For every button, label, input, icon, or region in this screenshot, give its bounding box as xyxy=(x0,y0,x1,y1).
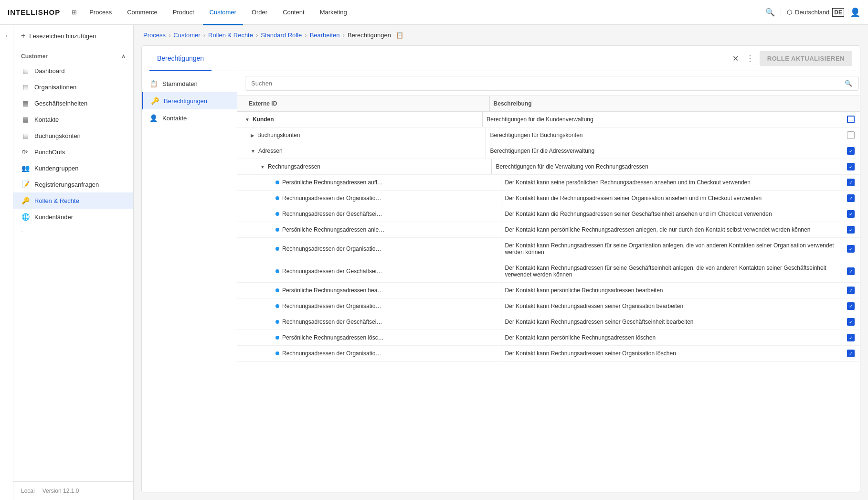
breadcrumb-bearbeiten[interactable]: Bearbeiten xyxy=(310,32,340,39)
breadcrumb-process[interactable]: Process xyxy=(143,32,166,39)
nav-links: Process Commerce Product Customer Order … xyxy=(83,0,762,25)
user-icon[interactable]: 👤 xyxy=(850,7,860,18)
row-kunden-check[interactable] xyxy=(841,112,860,127)
sidebar-item-organisationen[interactable]: ▤ Organisationen xyxy=(13,79,133,95)
breadcrumb-customer[interactable]: Customer xyxy=(173,32,200,39)
sidebar-item-dashboard[interactable]: ▦ Dashboard xyxy=(13,63,133,79)
row-rechnungsadr-gesch-2-desc: Der Kontakt kann Rechnungsadressen für s… xyxy=(501,260,841,282)
sidebar-item-buchungskonten[interactable]: ▤ Buchungskonten xyxy=(13,128,133,144)
nav-product[interactable]: Product xyxy=(166,0,201,25)
add-bookmark-button[interactable]: + Lesezeichen hinzufügen xyxy=(13,25,133,47)
checkbox-leaf-1[interactable] xyxy=(847,179,855,186)
row-leaf-check[interactable] xyxy=(841,283,860,298)
row-buchungskonten-desc: Berechtigungen für Buchungskonten xyxy=(486,128,841,143)
sidebar-item-geschaeftseinheiten[interactable]: ▦ Geschäftseinheiten xyxy=(13,95,133,111)
checkbox-leaf-11[interactable] xyxy=(847,350,855,357)
row-leaf-check[interactable] xyxy=(841,346,860,361)
table-row: Rechnungsadressen der Geschäftsei… Der K… xyxy=(237,260,860,283)
checkbox-adressen[interactable] xyxy=(847,147,855,155)
row-buchungskonten-id: ▶ Buchungskonten xyxy=(237,128,486,143)
row-rechnungsadressen-id: ▼ Rechnungsadressen xyxy=(237,159,492,174)
grid-icon[interactable]: ⊞ xyxy=(72,9,77,16)
row-leaf-check[interactable] xyxy=(841,260,860,282)
search-input[interactable] xyxy=(245,76,859,91)
nav-order[interactable]: Order xyxy=(245,0,274,25)
more-options-button[interactable]: ⋮ xyxy=(744,52,756,65)
copy-icon[interactable]: 📋 xyxy=(396,32,403,39)
leaf-label: Rechnungsadressen der Organisatio… xyxy=(282,195,381,202)
checkbox-leaf-10[interactable] xyxy=(847,334,855,341)
row-rechnungsadr-org-4-desc: Der Kontakt kann Rechnungsadressen seine… xyxy=(501,346,841,361)
leaf-label: Persönliche Rechnungsadressen lösc… xyxy=(282,334,384,341)
table-row: ▶ Buchungskonten Berechtigungen für Buch… xyxy=(237,128,860,143)
row-adressen-check[interactable] xyxy=(841,143,860,159)
checkbox-leaf-4[interactable] xyxy=(847,226,855,234)
row-leaf-check[interactable] xyxy=(841,330,860,345)
nav-customer[interactable]: Customer xyxy=(203,0,243,25)
leaf-dot xyxy=(275,288,279,292)
search-icon[interactable]: 🔍 xyxy=(765,8,775,17)
row-leaf-check[interactable] xyxy=(841,206,860,222)
breadcrumb-standard-rolle[interactable]: Standard Rolle xyxy=(261,32,302,39)
search-magnifier-icon: 🔍 xyxy=(845,80,852,87)
checkbox-leaf-2[interactable] xyxy=(847,194,855,202)
checkbox-leaf-6[interactable] xyxy=(847,267,855,275)
leaf-label: Rechnungsadressen der Organisatio… xyxy=(282,350,381,357)
checkbox-leaf-5[interactable] xyxy=(847,245,855,253)
checkbox-kunden[interactable] xyxy=(847,116,855,123)
nav-commerce[interactable]: Commerce xyxy=(120,0,164,25)
expand-rechnungsadressen[interactable]: ▼ xyxy=(260,164,265,170)
nav-marketing[interactable]: Marketing xyxy=(313,0,354,25)
buchungskonten-label: Buchungskonten xyxy=(257,132,300,138)
checkbox-leaf-8[interactable] xyxy=(847,302,855,310)
row-adressen-id: ▼ Adressen xyxy=(237,143,486,159)
row-leaf-check[interactable] xyxy=(841,298,860,314)
checkbox-leaf-3[interactable] xyxy=(847,210,855,218)
tab-label: Berechtigungen xyxy=(157,54,204,62)
sidebar-item-rollen-rechte[interactable]: 🔑 Rollen & Rechte xyxy=(13,192,133,209)
close-button[interactable]: ✕ xyxy=(730,52,741,65)
expand-buchungskonten[interactable]: ▶ xyxy=(251,133,254,138)
table-row: Persönliche Rechnungsadressen anle… Der … xyxy=(237,222,860,238)
table-row: Rechnungsadressen der Organisatio… Der K… xyxy=(237,191,860,206)
checkbox-rechnungsadressen[interactable] xyxy=(847,163,855,170)
chevron-up-icon[interactable]: ∧ xyxy=(121,53,126,60)
leaf-label: Persönliche Rechnungsadressen bea… xyxy=(282,287,383,294)
sidebar-item-registrierungsanfragen[interactable]: 📝 Registrierungsanfragen xyxy=(13,176,133,192)
checkbox-leaf-9[interactable] xyxy=(847,318,855,326)
nav-content[interactable]: Content xyxy=(276,0,311,25)
update-role-button[interactable]: ROLLE AKTUALISIEREN xyxy=(760,51,852,66)
row-leaf-check[interactable] xyxy=(841,222,860,237)
sidebar-collapse-toggle[interactable]: › xyxy=(0,25,13,500)
tab-berechtigungen[interactable]: Berechtigungen xyxy=(149,46,212,71)
table-row: ▼ Rechnungsadressen Berechtigungen für d… xyxy=(237,159,860,175)
sub-nav-kontakte[interactable]: 👤 Kontakte xyxy=(142,109,237,127)
checkbox-leaf-7[interactable] xyxy=(847,287,855,294)
sidebar-item-label: Dashboard xyxy=(34,67,65,74)
sidebar-item-kontakte[interactable]: ▦ Kontakte xyxy=(13,111,133,128)
sidebar-item-kundengruppen[interactable]: 👥 Kundengruppen xyxy=(13,160,133,176)
expand-kunden[interactable]: ▼ xyxy=(245,117,250,122)
row-buchungskonten-check[interactable] xyxy=(841,128,860,143)
row-leaf-check[interactable] xyxy=(841,314,860,330)
language-selector[interactable]: ⬡ Deutschland DE xyxy=(781,8,844,17)
row-leaf-check[interactable] xyxy=(841,191,860,206)
nav-process[interactable]: Process xyxy=(83,0,118,25)
panel-header: Berechtigungen ✕ ⋮ ROLLE AKTUALISIEREN xyxy=(142,46,860,71)
sidebar-item-label: Rollen & Rechte xyxy=(34,197,79,204)
row-leaf-check[interactable] xyxy=(841,238,860,260)
sidebar-item-label: Buchungskonten xyxy=(34,132,81,139)
breadcrumb-sep-5: › xyxy=(343,32,345,39)
sidebar-item-punchouts[interactable]: 🛍 PunchOuts xyxy=(13,144,133,160)
kundenlaender-icon: 🌐 xyxy=(21,213,30,221)
breadcrumb-rollen-rechte[interactable]: Rollen & Rechte xyxy=(208,32,253,39)
expand-adressen[interactable]: ▼ xyxy=(251,149,255,154)
row-rechnungsadr-gesch-1-id: Rechnungsadressen der Geschäftsei… xyxy=(237,206,501,222)
sub-nav-berechtigungen[interactable]: 🔑 Berechtigungen xyxy=(142,92,237,109)
sidebar-item-kundenlaender[interactable]: 🌐 Kundenländer xyxy=(13,209,133,225)
row-rechnungsadressen-check[interactable] xyxy=(841,159,860,174)
checkbox-buchungskonten[interactable] xyxy=(847,131,855,139)
row-pers-rechnungsadr-loe-desc: Der Kontakt kann persönliche Rechnungsad… xyxy=(501,330,841,345)
sub-nav-stammdaten[interactable]: 📋 Stammdaten xyxy=(142,75,237,92)
row-leaf-check[interactable] xyxy=(841,175,860,190)
